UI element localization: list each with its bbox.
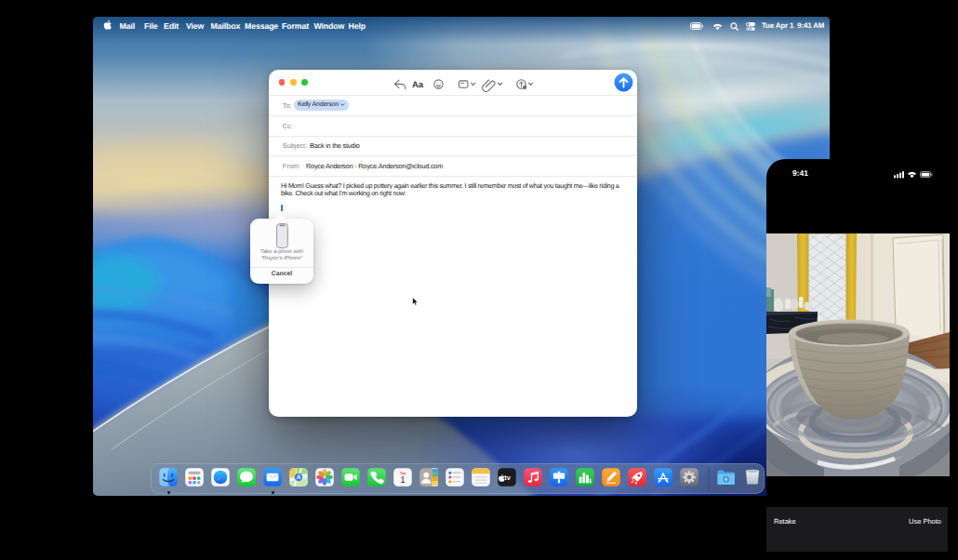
svg-text:A: A [297,474,301,481]
svg-text:Aa: Aa [412,80,424,90]
svg-text:1: 1 [400,475,406,486]
svg-text:Tue: Tue [400,472,406,475]
svg-text:tv: tv [504,473,511,482]
